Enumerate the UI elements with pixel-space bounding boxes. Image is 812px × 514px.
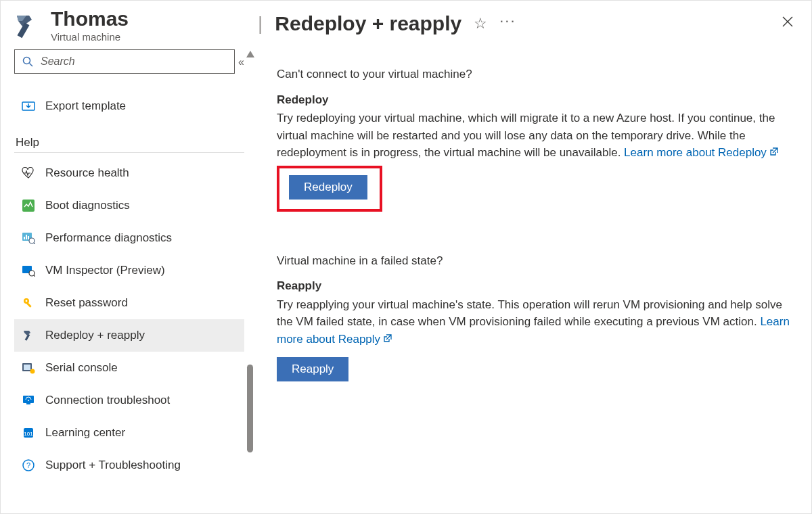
sidebar-group-help: Help [14,129,244,153]
connection-troubleshoot-icon [21,393,36,408]
svg-point-26 [28,400,29,401]
svg-rect-22 [24,365,30,370]
sidebar-item-label: Support + Troubleshooting [45,459,181,472]
main-content: Can't connect to your virtual machine? R… [255,47,811,513]
page-title: Redeploy + reapply [275,12,461,35]
redeploy-button[interactable]: Redeploy [289,175,367,200]
svg-rect-10 [28,236,29,239]
reapply-description: Try reapplying your virtual machine's st… [277,296,796,348]
external-link-icon [769,144,779,162]
svg-line-15 [34,275,35,277]
export-template-icon [21,99,36,114]
sidebar-item-serial-console[interactable]: Serial console [14,352,244,384]
sidebar-item-label: Resource health [45,166,129,180]
svg-point-17 [26,300,28,302]
sidebar-item-export-template[interactable]: Export template [14,90,244,122]
reapply-question: Virtual machine in a failed state? [277,252,796,270]
sidebar-item-label: Export template [45,99,126,113]
reapply-body-text: Try reapplying your virtual machine's st… [277,298,782,329]
scroll-up-arrow-icon [246,51,254,57]
svg-rect-25 [26,403,30,404]
svg-line-12 [34,243,35,244]
serial-console-icon [21,360,36,375]
blade-header: Thomas Virtual machine | Redeploy + reap… [1,1,811,47]
hammer-icon [21,328,36,343]
header-left: Thomas Virtual machine [13,7,258,43]
link-text: Learn more about Redeploy [624,146,767,159]
sidebar-item-learning-center[interactable]: 101 Learning center [14,417,244,449]
learning-center-icon: 101 [21,425,36,440]
sidebar-item-reset-password[interactable]: Reset password [14,287,244,319]
key-icon [21,296,36,310]
svg-rect-9 [26,235,27,239]
section-spacer [277,212,796,252]
blade-root: Thomas Virtual machine | Redeploy + reap… [0,0,812,514]
title-separator: | [258,13,263,34]
scroll-thumb[interactable] [247,365,253,452]
sidebar-item-connection-troubleshoot[interactable]: Connection troubleshoot [14,384,244,417]
redeploy-description: Try redeploying your virtual machine, wh… [277,110,796,162]
sidebar-item-label: Learning center [45,426,125,440]
svg-rect-8 [24,237,25,239]
redeploy-heading: Redeploy [277,91,796,109]
svg-text:?: ? [26,461,30,469]
reapply-heading: Reapply [277,277,796,295]
svg-point-14 [29,271,35,276]
title-group: Thomas Virtual machine [51,7,129,43]
collapse-sidebar-icon[interactable]: « [238,56,244,68]
sidebar-item-boot-diagnostics[interactable]: Boot diagnostics [14,189,244,222]
content-wrap: Can't connect to your virtual machine? R… [246,47,811,513]
sidebar-item-label: Redeploy + reapply [45,329,145,342]
sidebar-item-label: Connection troubleshoot [45,394,170,407]
sidebar-item-label: Boot diagnostics [45,199,130,212]
vm-hammer-icon [13,11,41,40]
sidebar-item-redeploy-reapply[interactable]: Redeploy + reapply [14,319,244,352]
redeploy-learn-more-link[interactable]: Learn more about Redeploy [624,146,779,159]
sidebar-item-support-troubleshooting[interactable]: ? Support + Troubleshooting [14,449,244,482]
svg-text:101: 101 [24,431,33,437]
sidebar-item-performance-diagnostics[interactable]: Performance diagnostics [14,222,244,254]
header-right: | Redeploy + reapply ☆ ··· [258,7,798,35]
help-icon: ? [21,458,36,473]
performance-diagnostics-icon [21,231,36,246]
svg-point-3 [24,57,30,64]
search-icon [20,54,35,69]
sidebar-item-label: Reset password [45,296,128,310]
nav: Export template Help Resource health Boo… [14,90,244,482]
svg-line-4 [30,64,33,67]
redeploy-question: Can't connect to your virtual machine? [277,66,796,83]
vm-inspector-icon [21,263,36,278]
close-icon[interactable] [777,11,798,35]
sidebar-item-vm-inspector[interactable]: VM Inspector (Preview) [14,254,244,287]
favorite-icon[interactable]: ☆ [474,15,487,32]
resource-type: Virtual machine [51,31,129,43]
blade-body: « Export template Help [1,47,811,513]
sidebar: « Export template Help [1,47,246,513]
search-box[interactable] [14,49,235,74]
sidebar-scrollbar[interactable] [246,47,255,513]
external-link-icon [383,331,392,348]
search-input[interactable] [41,55,229,68]
redeploy-button-highlight: Redeploy [277,166,382,212]
resource-name: Thomas [51,7,129,30]
svg-point-23 [30,369,35,374]
svg-point-11 [29,238,35,243]
sidebar-item-label: Serial console [45,361,118,375]
boot-diagnostics-icon [21,198,36,213]
sidebar-item-resource-health[interactable]: Resource health [14,157,244,189]
svg-rect-18 [26,302,32,308]
more-menu-icon[interactable]: ··· [499,12,516,30]
heart-pulse-icon [21,166,36,181]
sidebar-item-label: VM Inspector (Preview) [45,264,165,277]
sidebar-item-label: Performance diagnostics [45,231,172,245]
reapply-button[interactable]: Reapply [277,357,348,381]
